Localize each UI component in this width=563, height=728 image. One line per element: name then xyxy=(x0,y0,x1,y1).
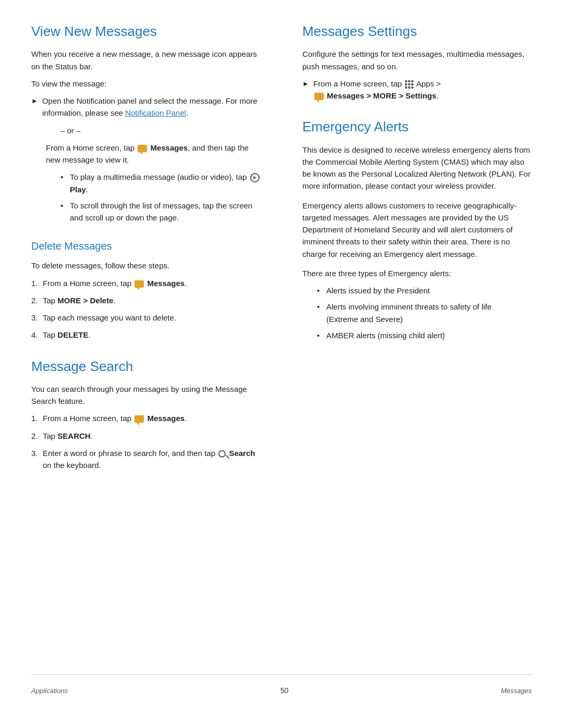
step3-content: Tap each message you want to delete. xyxy=(43,312,176,324)
arrow-marker-settings: ► xyxy=(302,79,309,89)
search-step2-before: Tap xyxy=(43,431,55,440)
delete-step-3: 3. Tap each message you want to delete. xyxy=(31,312,261,324)
step-num-1: 1. xyxy=(31,277,43,289)
play-icon xyxy=(250,173,260,182)
search-step-num-3: 3. xyxy=(31,447,43,459)
footer-center-page-number: 50 xyxy=(280,685,289,697)
emergency-bullet2-line1: Alerts involving imminent threats to saf… xyxy=(326,302,492,311)
step4-content: Tap DELETE. xyxy=(43,329,91,341)
delete-messages-section: Delete Messages To delete messages, foll… xyxy=(31,238,261,341)
step1-before: From a Home screen, tap xyxy=(43,279,131,288)
messages-icon-1 xyxy=(138,145,147,152)
bullet-item-2: To scroll through the list of messages, … xyxy=(60,200,261,224)
view-bullet-list: To play a multimedia message (audio or v… xyxy=(60,171,261,224)
settings-apps-text: Apps > xyxy=(416,79,440,88)
delete-step-1: 1. From a Home screen, tap Messages. xyxy=(31,277,261,289)
content-columns: View New Messages When you receive a new… xyxy=(31,21,532,674)
bullet1-after: . xyxy=(86,185,88,194)
from-home-text: From a Home screen, tap Messages, and th… xyxy=(46,142,261,166)
view-new-messages-title: View New Messages xyxy=(31,21,261,42)
step2-content: Tap MORE > Delete. xyxy=(43,294,116,306)
emergency-para-2: Emergency alerts allows customers to rec… xyxy=(302,200,532,260)
search-step2-bold: SEARCH xyxy=(57,431,90,440)
step2-after: . xyxy=(113,296,115,305)
arrow1-after: . xyxy=(186,108,188,117)
or-line: – or – xyxy=(60,125,261,137)
emergency-bullet-1: Alerts issued by the President xyxy=(317,285,532,297)
step-num-4: 4. xyxy=(31,329,43,341)
step-num-3: 3. xyxy=(31,312,43,324)
view-new-messages-intro: When you receive a new message, a new me… xyxy=(31,48,261,72)
delete-messages-intro: To delete messages, follow these steps. xyxy=(31,260,261,272)
search-step2-after: . xyxy=(91,431,93,440)
page-container: View New Messages When you receive a new… xyxy=(0,0,563,728)
messages-settings-intro: Configure the settings for text messages… xyxy=(302,48,532,72)
settings-arrow-bold: Messages > MORE > Settings xyxy=(327,91,436,100)
bullet-item-1: To play a multimedia message (audio or v… xyxy=(60,171,261,195)
view-new-messages-section: View New Messages When you receive a new… xyxy=(31,21,261,224)
footer-right: Messages xyxy=(501,686,532,696)
emergency-types-label: There are three types of Emergency alert… xyxy=(302,267,532,279)
delete-messages-title: Delete Messages xyxy=(31,238,261,254)
footer-left: Applications xyxy=(31,686,68,696)
search-icon xyxy=(218,450,226,458)
search-step2-content: Tap SEARCH. xyxy=(43,430,93,442)
emergency-bullet-2: Alerts involving imminent threats to saf… xyxy=(317,301,532,325)
emergency-bullet-3: AMBER alerts (missing child alert) xyxy=(317,329,532,341)
search-step-num-2: 2. xyxy=(31,430,43,442)
emergency-bullet-list: Alerts issued by the President Alerts in… xyxy=(317,285,532,341)
from-home-before: From a Home screen, tap xyxy=(46,143,134,152)
delete-step-2: 2. Tap MORE > Delete. xyxy=(31,294,261,306)
bullet1-before: To play a multimedia message (audio or v… xyxy=(70,172,247,181)
right-column: Messages Settings Configure the settings… xyxy=(292,21,532,674)
arrow-text-1: Open the Notification panel and select t… xyxy=(42,95,261,119)
notification-panel-link[interactable]: Notification Panel xyxy=(125,108,186,117)
page-footer: Applications 50 Messages xyxy=(31,674,532,697)
message-search-title: Message Search xyxy=(31,356,261,377)
view-arrow-item-1: ► Open the Notification panel and select… xyxy=(31,95,261,119)
emergency-bullet2-line2: (Extreme and Severe) xyxy=(326,315,403,324)
step2-before: Tap xyxy=(43,296,55,305)
delete-step-4: 4. Tap DELETE. xyxy=(31,329,261,341)
search-step1-after: . xyxy=(185,414,187,423)
left-column: View New Messages When you receive a new… xyxy=(31,21,271,674)
search-step-num-1: 1. xyxy=(31,412,43,424)
message-search-intro: You can search through your messages by … xyxy=(31,383,261,408)
delete-steps-list: 1. From a Home screen, tap Messages. 2. … xyxy=(31,277,261,341)
search-step-3: 3. Enter a word or phrase to search for,… xyxy=(31,447,261,472)
step4-bold: DELETE xyxy=(57,330,88,339)
step4-after: . xyxy=(89,330,91,339)
arrow-marker-1: ► xyxy=(31,96,38,106)
search-step-2: 2. Tap SEARCH. xyxy=(31,430,261,442)
step4-before: Tap xyxy=(43,330,55,339)
emergency-alerts-title: Emergency Alerts xyxy=(302,116,532,137)
emergency-alerts-section: Emergency Alerts This device is designed… xyxy=(302,116,532,341)
settings-arrow-after: . xyxy=(436,91,438,100)
apps-icon xyxy=(405,80,413,89)
step1-bold: Messages xyxy=(147,279,185,288)
search-step3-before: Enter a word or phrase to search for, an… xyxy=(43,449,215,458)
messages-settings-title: Messages Settings xyxy=(302,21,532,42)
search-steps-list: 1. From a Home screen, tap Messages. 2. … xyxy=(31,412,261,471)
messages-icon-3 xyxy=(134,415,144,423)
messages-icon-settings xyxy=(314,93,324,100)
emergency-para-1: This device is designed to receive wirel… xyxy=(302,144,532,192)
settings-arrow-before: From a Home screen, tap xyxy=(313,79,402,88)
or-block: – or – From a Home screen, tap Messages,… xyxy=(46,125,261,224)
search-step1-before: From a Home screen, tap xyxy=(43,414,131,423)
step1-content: From a Home screen, tap Messages. xyxy=(43,277,187,289)
message-search-section: Message Search You can search through yo… xyxy=(31,356,261,472)
to-view-label: To view the message: xyxy=(31,78,261,90)
search-step1-bold: Messages xyxy=(147,414,185,423)
search-step3-on-keyboard: on the keyboard. xyxy=(43,461,101,470)
play-bold: Play xyxy=(70,185,86,194)
search-step3-bold: Search xyxy=(229,449,255,458)
arrow-text-settings: From a Home screen, tap Apps > Messages … xyxy=(313,78,532,102)
messages-settings-section: Messages Settings Configure the settings… xyxy=(302,21,532,102)
step-num-2: 2. xyxy=(31,294,43,306)
search-step1-content: From a Home screen, tap Messages. xyxy=(43,412,187,424)
messages-icon-2 xyxy=(134,280,144,288)
search-step3-content: Enter a word or phrase to search for, an… xyxy=(43,447,261,472)
messages-bold-1: Messages xyxy=(150,143,188,152)
search-step-1: 1. From a Home screen, tap Messages. xyxy=(31,412,261,424)
